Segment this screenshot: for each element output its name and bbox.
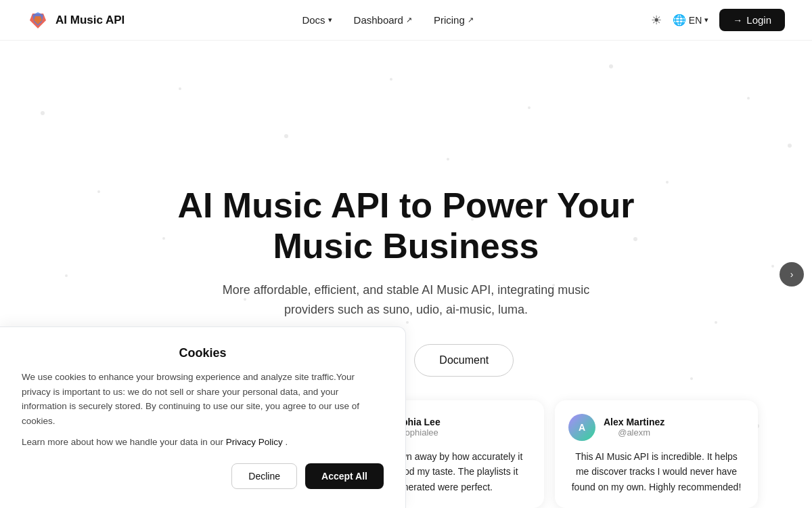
hero-subtitle: More affordable, efficient, and stable A…: [196, 280, 616, 320]
background-dot: [715, 321, 717, 324]
privacy-policy-link[interactable]: Privacy Policy: [226, 437, 283, 447]
author-handle-alex: @alexm: [604, 427, 664, 438]
background-dot: [528, 106, 531, 109]
theme-toggle-button[interactable]: ☀: [651, 13, 662, 28]
avatar-alex: A: [568, 414, 595, 441]
cookie-body-text: We use cookies to enhance your browsing …: [22, 370, 384, 428]
testimonial-text-alex: This AI Music API is incredible. It help…: [568, 449, 744, 494]
hero-title: AI Music API to Power Your Music Busines…: [135, 186, 677, 267]
author-name-alex: Alex Martinez: [604, 417, 664, 427]
testimonial-author-alex: Alex Martinez @alexm: [604, 417, 664, 438]
chevron-down-icon: ▾: [328, 16, 332, 24]
background-dot: [447, 158, 449, 161]
cookie-buttons: Decline Accept All: [22, 463, 384, 489]
document-button[interactable]: Document: [414, 344, 514, 377]
nav-link-dashboard[interactable]: Dashboard ↗: [354, 14, 412, 26]
external-link-icon: ↗: [406, 16, 412, 24]
logo-text: AI Music API: [55, 14, 125, 27]
login-button[interactable]: → Login: [719, 9, 785, 31]
nav-link-pricing[interactable]: Pricing ↗: [434, 14, 474, 26]
chevron-down-icon: ▾: [704, 16, 708, 24]
chevron-right-icon: ›: [790, 269, 794, 280]
background-dot: [690, 377, 693, 380]
language-selector[interactable]: 🌐 EN ▾: [673, 14, 708, 26]
testimonial-card-alex: A Alex Martinez @alexm This AI Music API…: [555, 400, 758, 508]
background-dot: [390, 78, 392, 81]
nav-link-docs[interactable]: Docs ▾: [302, 14, 332, 26]
nav-links: Docs ▾ Dashboard ↗ Pricing ↗: [302, 14, 473, 26]
background-dot: [65, 274, 68, 277]
background-dot: [41, 111, 45, 115]
cookie-title: Cookies: [22, 346, 384, 360]
logo[interactable]: AI Music API: [27, 9, 125, 31]
external-link-icon: ↗: [468, 16, 474, 24]
logo-icon: [27, 9, 49, 31]
scroll-indicator[interactable]: ›: [780, 262, 804, 287]
background-dot: [609, 64, 613, 68]
sun-icon: ☀: [651, 13, 662, 28]
accept-all-button[interactable]: Accept All: [305, 463, 384, 489]
background-dot: [747, 97, 750, 100]
background-dot: [788, 144, 792, 148]
login-icon: →: [733, 15, 742, 26]
navbar: AI Music API Docs ▾ Dashboard ↗ Pricing …: [0, 0, 812, 41]
background-dot: [666, 181, 669, 184]
decline-button[interactable]: Decline: [231, 463, 297, 489]
background-dot: [284, 134, 288, 138]
globe-icon: 🌐: [673, 14, 686, 26]
background-dot: [771, 265, 774, 268]
background-dot: [179, 87, 181, 90]
nav-right: ☀ 🌐 EN ▾ → Login: [651, 9, 785, 31]
testimonial-header-alex: A Alex Martinez @alexm: [568, 414, 744, 441]
cookie-learn-more: Learn more about how we handle your data…: [22, 435, 384, 450]
cookie-banner: Cookies We use cookies to enhance your b…: [0, 326, 406, 508]
background-dot: [97, 190, 100, 193]
